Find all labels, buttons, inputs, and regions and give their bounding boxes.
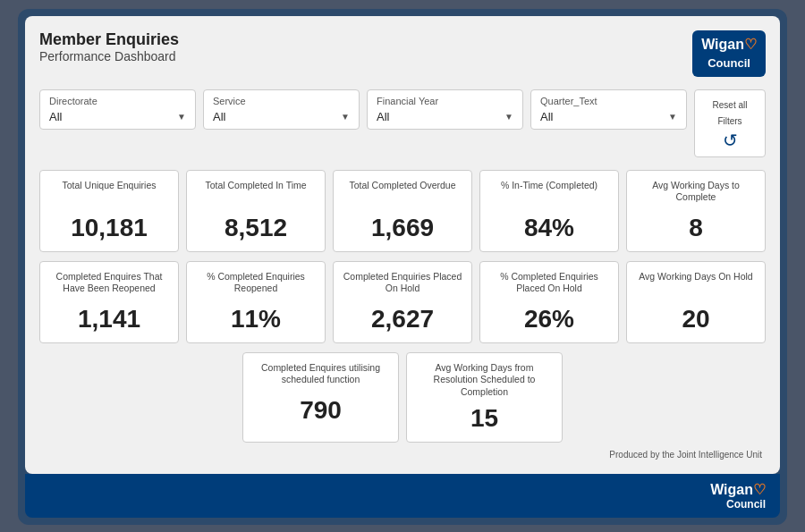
card-value-scheduled-function: 790 (250, 396, 391, 425)
card-label-pct-on-hold: % Completed Enquiries Placed On Hold (487, 271, 611, 300)
wigan-council-logo: Wigan♡ Council (692, 30, 766, 77)
footer-logo-wigan: Wigan♡ (710, 482, 766, 497)
card-scheduled-function: Completed Enquires utilising scheduled f… (242, 352, 399, 443)
card-label-on-hold: Completed Enquiries Placed On Hold (341, 271, 464, 300)
filter-service[interactable]: Service All ▼ (203, 89, 360, 130)
page-subtitle: Performance Dashboard (39, 49, 179, 63)
card-on-hold: Completed Enquiries Placed On Hold 2,627 (333, 261, 472, 343)
filter-quarter-select[interactable]: All ▼ (540, 110, 677, 123)
card-label-total-unique: Total Unique Enquiries (47, 180, 171, 208)
chevron-down-icon-4: ▼ (668, 112, 677, 122)
logo-heart: ♡ (744, 37, 757, 52)
card-label-scheduled-function: Completed Enquires utilising scheduled f… (250, 362, 391, 391)
filter-quarter[interactable]: Quarter_Text All ▼ (530, 89, 687, 130)
chevron-down-icon: ▼ (177, 112, 186, 122)
card-value-avg-working-days: 8 (634, 214, 758, 242)
card-label-resolution-completion: Avg Working Days from Resolution Schedul… (414, 362, 555, 399)
footer-logo-council: Council (710, 498, 766, 511)
dashboard-footer-bar: Wigan♡ Council (25, 474, 780, 518)
filter-directorate-value: All (49, 110, 62, 123)
metrics-row-1: Total Unique Enquiries 10,181 Total Comp… (39, 170, 766, 252)
card-label-completed-in-time: Total Completed In Time (194, 180, 318, 208)
chevron-down-icon-2: ▼ (341, 112, 350, 122)
card-total-completed-in-time: Total Completed In Time 8,512 (186, 170, 326, 252)
card-label-pct-in-time: % In-Time (Completed) (487, 180, 611, 208)
card-resolution-completion: Avg Working Days from Resolution Schedul… (406, 352, 563, 443)
card-value-completed-in-time: 8,512 (194, 214, 318, 242)
logo-area: Wigan♡ Council (692, 30, 766, 77)
footer-wigan-council-logo: Wigan♡ Council (710, 481, 766, 511)
filter-service-select[interactable]: All ▼ (213, 110, 350, 123)
metrics-row-3: Completed Enquires utilising scheduled f… (39, 352, 766, 443)
filter-service-label: Service (213, 96, 350, 106)
card-label-completed-overdue: Total Completed Overdue (341, 180, 464, 208)
card-label-reopened: Completed Enquires That Have Been Reopen… (47, 271, 171, 300)
header: Member Enquiries Performance Dashboard W… (39, 30, 766, 77)
filter-directorate-select[interactable]: All ▼ (49, 110, 186, 123)
reset-icon: ↺ (704, 130, 756, 151)
filter-quarter-label: Quarter_Text (540, 96, 677, 106)
filter-directorate-label: Directorate (49, 96, 186, 106)
filter-directorate[interactable]: Directorate All ▼ (39, 89, 196, 130)
card-pct-in-time: % In-Time (Completed) 84% (479, 170, 619, 252)
card-value-on-hold: 2,627 (341, 305, 464, 334)
card-reopened: Completed Enquires That Have Been Reopen… (39, 261, 179, 343)
reset-label-line1: Reset allFilters (713, 100, 748, 126)
card-pct-on-hold: % Completed Enquiries Placed On Hold 26% (479, 261, 619, 343)
card-total-unique-enquiries: Total Unique Enquiries 10,181 (39, 170, 179, 252)
chevron-down-icon-3: ▼ (504, 112, 513, 122)
footer-text: Produced by the Joint Intelligence Unit (39, 450, 766, 460)
card-value-pct-on-hold: 26% (487, 305, 611, 334)
card-value-resolution-completion: 15 (414, 404, 555, 433)
produced-by-label: Produced by the Joint Intelligence Unit (609, 450, 762, 460)
header-title: Member Enquiries Performance Dashboard (39, 30, 179, 63)
card-value-reopened: 1,141 (47, 305, 171, 334)
filter-quarter-value: All (540, 110, 553, 123)
card-label-avg-days-on-hold: Avg Working Days On Hold (634, 271, 758, 300)
card-value-pct-in-time: 84% (487, 214, 611, 242)
card-label-avg-working-days: Avg Working Days to Complete (634, 180, 758, 208)
card-avg-days-on-hold: Avg Working Days On Hold 20 (626, 261, 766, 343)
card-label-pct-reopened: % Completed Enquiries Reopened (194, 271, 318, 300)
card-value-avg-days-on-hold: 20 (634, 305, 758, 334)
dashboard-main: Member Enquiries Performance Dashboard W… (25, 16, 780, 474)
card-value-pct-reopened: 11% (194, 305, 318, 334)
card-value-completed-overdue: 1,669 (341, 214, 464, 242)
metrics-row-2: Completed Enquires That Have Been Reopen… (39, 261, 766, 343)
card-value-total-unique: 10,181 (47, 214, 171, 242)
card-total-completed-overdue: Total Completed Overdue 1,669 (333, 170, 472, 252)
reset-filters-button[interactable]: Reset allFilters ↺ (694, 89, 766, 157)
page-title: Member Enquiries (39, 30, 179, 49)
card-pct-reopened: % Completed Enquiries Reopened 11% (186, 261, 326, 343)
dashboard-wrapper: Member Enquiries Performance Dashboard W… (18, 9, 787, 525)
filter-service-value: All (213, 110, 225, 123)
filter-financial-year[interactable]: Financial Year All ▼ (367, 89, 523, 130)
footer-heart-icon: ♡ (753, 482, 766, 497)
filter-financial-year-value: All (377, 110, 389, 123)
logo-wigan: Wigan♡ (701, 37, 757, 52)
filter-financial-year-label: Financial Year (377, 96, 513, 106)
card-avg-working-days: Avg Working Days to Complete 8 (626, 170, 766, 252)
filter-financial-year-select[interactable]: All ▼ (377, 110, 513, 123)
logo-council: Council (708, 56, 750, 70)
filters-row: Directorate All ▼ Service All ▼ Financia… (39, 89, 766, 157)
